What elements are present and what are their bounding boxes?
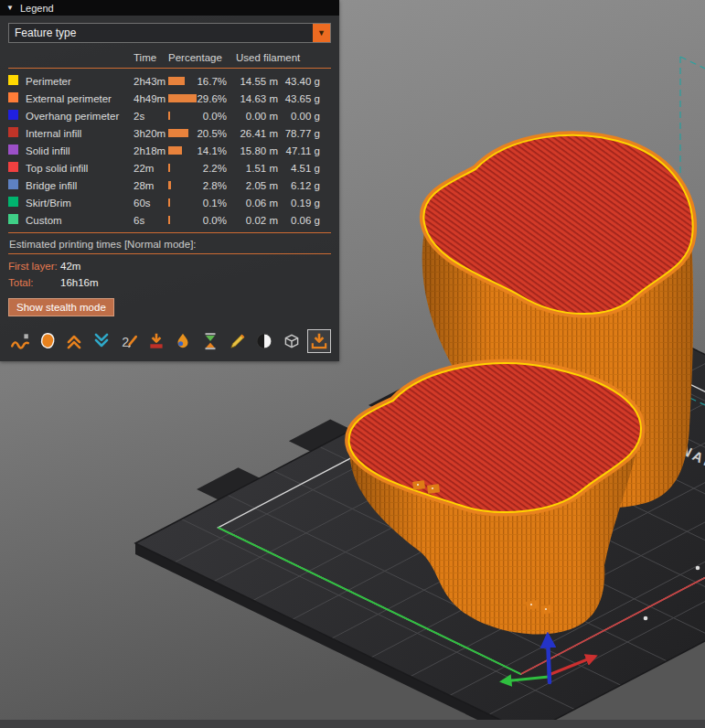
tool-change-icon[interactable] bbox=[144, 329, 168, 353]
first-layer-label: First layer: bbox=[8, 258, 60, 274]
percentage-bar bbox=[168, 146, 182, 155]
feature-label: Internal infill bbox=[26, 128, 126, 139]
bed-screw-dot bbox=[696, 566, 700, 571]
percentage-bar bbox=[168, 216, 170, 224]
pause-print-icon[interactable] bbox=[198, 329, 222, 353]
feature-grams: 6.12 g bbox=[278, 180, 320, 191]
feature-label: Solid infill bbox=[26, 145, 126, 156]
bed-screw-dot bbox=[644, 616, 648, 621]
feature-time: 2h18m bbox=[126, 145, 168, 156]
feature-percent: 20.5% bbox=[197, 128, 227, 139]
feature-color-swatch bbox=[8, 179, 18, 189]
feature-color-swatch bbox=[8, 92, 18, 102]
table-row: Top solid infill 22m 2.2% 1.51 m 4.51 g bbox=[8, 159, 331, 177]
table-header: Time Percentage Used filament bbox=[8, 50, 331, 64]
feature-percent: 2.2% bbox=[203, 163, 227, 174]
feature-meters: 14.63 m bbox=[230, 93, 278, 104]
feature-percent: 0.1% bbox=[203, 198, 227, 209]
total-value: 16h16m bbox=[60, 277, 99, 288]
stealth-mode-button[interactable]: Show stealth mode bbox=[8, 298, 114, 316]
feature-meters: 14.55 m bbox=[230, 76, 278, 87]
feature-grams: 43.65 g bbox=[278, 93, 320, 104]
feature-type-value: Feature type bbox=[15, 27, 76, 39]
deretractions-icon[interactable] bbox=[90, 329, 113, 353]
feature-color-swatch bbox=[8, 197, 18, 207]
feature-label: External perimeter bbox=[26, 93, 126, 104]
feature-grams: 78.77 g bbox=[278, 128, 320, 139]
percentage-bar bbox=[168, 112, 170, 120]
first-layer-value: 42m bbox=[60, 261, 80, 272]
feature-percent: 16.7% bbox=[197, 76, 227, 87]
feature-meters: 26.41 m bbox=[230, 128, 278, 139]
nozzle-flow-icon[interactable] bbox=[8, 329, 32, 353]
feature-meters: 2.05 m bbox=[230, 180, 278, 191]
legend-title: Legend bbox=[20, 3, 54, 14]
legend-toggle-icon[interactable] bbox=[307, 329, 331, 353]
feature-time: 28m bbox=[126, 180, 168, 191]
table-row: Custom 6s 0.0% 0.02 m 0.06 g bbox=[8, 211, 331, 229]
feature-color-swatch bbox=[8, 214, 18, 224]
column-used-filament: Used filament bbox=[230, 52, 320, 63]
feature-label: Perimeter bbox=[26, 76, 126, 87]
color-change-icon[interactable]: 2 bbox=[117, 329, 141, 353]
table-row: Overhang perimeter 2s 0.0% 0.00 m 0.00 g bbox=[8, 107, 331, 124]
percentage-bar bbox=[168, 181, 171, 189]
total-label: Total: bbox=[8, 274, 60, 291]
feature-percent: 29.6% bbox=[197, 93, 227, 104]
percentage-bar bbox=[168, 198, 170, 207]
feature-color-swatch bbox=[8, 127, 18, 137]
feature-grams: 0.00 g bbox=[278, 111, 320, 122]
feature-meters: 0.02 m bbox=[230, 215, 278, 226]
total-time: Total:16h16m bbox=[8, 274, 331, 291]
column-time: Time bbox=[126, 52, 168, 63]
percentage-bar bbox=[168, 77, 185, 85]
feature-meters: 0.06 m bbox=[230, 198, 278, 209]
feature-grams: 0.19 g bbox=[278, 198, 320, 209]
feature-grams: 43.40 g bbox=[278, 76, 320, 87]
legend-header[interactable]: ▼ Legend bbox=[0, 0, 339, 16]
feature-percent: 0.0% bbox=[203, 111, 227, 122]
feature-label: Top solid infill bbox=[26, 163, 126, 174]
feature-percent: 2.8% bbox=[203, 180, 227, 191]
feature-meters: 1.51 m bbox=[230, 163, 278, 174]
feature-time: 60s bbox=[126, 198, 168, 209]
collapse-icon[interactable]: ▼ bbox=[6, 4, 14, 12]
legend-panel: ▼ Legend Feature type ▼ Time Percentage … bbox=[0, 0, 339, 361]
gcode-preview-window: GINAL bbox=[0, 0, 705, 728]
separator bbox=[8, 68, 331, 69]
retractions-icon[interactable] bbox=[62, 329, 86, 353]
feature-type-dropdown[interactable]: Feature type ▼ bbox=[8, 23, 331, 43]
feature-color-swatch bbox=[8, 162, 18, 172]
feature-grams: 47.11 g bbox=[278, 145, 320, 156]
custom-gcode-icon[interactable] bbox=[226, 329, 250, 353]
dropdown-arrow-icon[interactable]: ▼ bbox=[313, 24, 330, 42]
feature-color-swatch bbox=[8, 75, 18, 85]
feature-grams: 0.06 g bbox=[278, 215, 320, 226]
separator bbox=[8, 253, 331, 254]
wipe-icon[interactable] bbox=[171, 329, 195, 353]
first-layer-time: First layer:42m bbox=[8, 258, 331, 274]
estimated-times-title: Estimated printing times [Normal mode]: bbox=[9, 239, 331, 250]
column-percentage: Percentage bbox=[168, 52, 230, 63]
feature-label: Overhang perimeter bbox=[26, 111, 126, 122]
feature-color-swatch bbox=[8, 110, 18, 120]
percentage-bar bbox=[168, 164, 170, 172]
feature-time: 6s bbox=[126, 215, 168, 226]
feature-percent: 0.0% bbox=[203, 215, 227, 226]
feature-label: Bridge infill bbox=[26, 180, 126, 191]
table-row: External perimeter 4h49m 29.6% 14.63 m 4… bbox=[8, 90, 331, 107]
feature-meters: 0.00 m bbox=[230, 111, 278, 122]
shells-icon[interactable] bbox=[252, 329, 276, 353]
separator bbox=[8, 232, 331, 233]
feature-label: Custom bbox=[26, 215, 126, 226]
feature-time: 2s bbox=[126, 111, 168, 122]
table-row: Solid infill 2h18m 14.1% 15.80 m 47.11 g bbox=[8, 142, 331, 159]
axis-z-arrow bbox=[548, 637, 550, 682]
feature-toggle-toolbar: 2 bbox=[8, 329, 331, 353]
bottom-strip bbox=[0, 720, 705, 728]
feature-time: 22m bbox=[126, 163, 168, 174]
table-row: Skirt/Brim 60s 0.1% 0.06 m 0.19 g bbox=[8, 194, 331, 211]
table-row: Perimeter 2h43m 16.7% 14.55 m 43.40 g bbox=[8, 72, 331, 90]
filament-blob-icon[interactable] bbox=[36, 329, 59, 353]
travel-moves-icon[interactable] bbox=[280, 329, 304, 353]
